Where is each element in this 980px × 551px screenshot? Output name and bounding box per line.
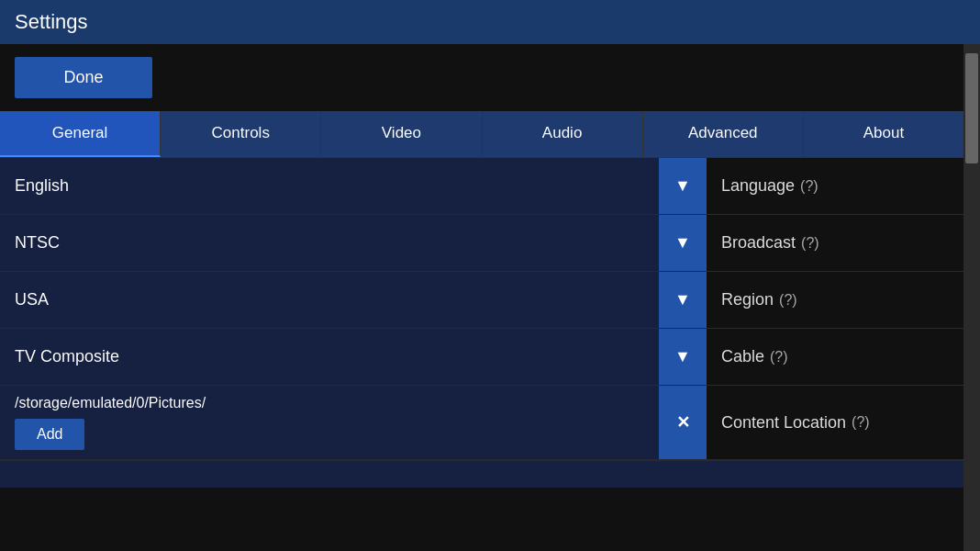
tab-general[interactable]: General: [0, 111, 161, 157]
setting-row-broadcast: NTSC ▼ Broadcast (?): [0, 215, 963, 272]
tab-advanced[interactable]: Advanced: [643, 111, 804, 157]
setting-value-region: USA: [0, 272, 659, 328]
tabs-bar: General Controls Video Audio Advanced Ab…: [0, 111, 963, 158]
done-button[interactable]: Done: [15, 57, 152, 98]
partial-bottom-row: [0, 460, 963, 488]
clear-icon: ✕: [676, 412, 690, 433]
content-location-left: /storage/emulated/0/Pictures/ Add: [0, 386, 659, 459]
setting-value-cable: TV Composite: [0, 329, 659, 385]
setting-label-region: Region (?): [707, 272, 963, 328]
tab-about[interactable]: About: [804, 111, 963, 157]
add-location-button[interactable]: Add: [15, 419, 84, 450]
settings-list: English ▼ Language (?) NTSC: [0, 158, 963, 551]
setting-row-content-location: /storage/emulated/0/Pictures/ Add ✕ Cont…: [0, 386, 963, 460]
content-location-path: /storage/emulated/0/Pictures/: [15, 395, 644, 411]
page-title: Settings: [15, 10, 88, 34]
cable-dropdown-button[interactable]: ▼: [659, 329, 707, 385]
dropdown-arrow-icon: ▼: [674, 233, 691, 253]
main-content: Done General Controls Video Audio Advanc…: [0, 44, 963, 551]
setting-label-content-location: Content Location (?): [707, 386, 963, 459]
setting-value-language: English: [0, 158, 659, 214]
broadcast-dropdown-button[interactable]: ▼: [659, 215, 707, 271]
title-bar: Settings: [0, 0, 980, 44]
dropdown-arrow-icon: ▼: [674, 290, 691, 309]
setting-row-region: USA ▼ Region (?): [0, 272, 963, 329]
content-location-clear-button[interactable]: ✕: [659, 386, 707, 459]
scrollbar-thumb[interactable]: [965, 53, 978, 163]
language-dropdown-button[interactable]: ▼: [659, 158, 707, 214]
done-area: Done: [0, 44, 963, 111]
scrollbar[interactable]: [963, 44, 980, 551]
dropdown-arrow-icon: ▼: [674, 176, 691, 196]
setting-label-cable: Cable (?): [707, 329, 963, 385]
region-dropdown-button[interactable]: ▼: [659, 272, 707, 328]
content-wrapper: Done General Controls Video Audio Advanc…: [0, 44, 980, 551]
tab-audio[interactable]: Audio: [483, 111, 643, 157]
tab-controls[interactable]: Controls: [161, 111, 321, 157]
setting-label-language: Language (?): [707, 158, 963, 214]
app: Settings Done General Controls Video: [0, 0, 980, 551]
setting-label-broadcast: Broadcast (?): [707, 215, 963, 271]
setting-row-language: English ▼ Language (?): [0, 158, 963, 215]
dropdown-arrow-icon: ▼: [674, 347, 691, 366]
tab-video[interactable]: Video: [321, 111, 482, 157]
setting-row-cable: TV Composite ▼ Cable (?): [0, 329, 963, 386]
setting-value-broadcast: NTSC: [0, 215, 659, 271]
